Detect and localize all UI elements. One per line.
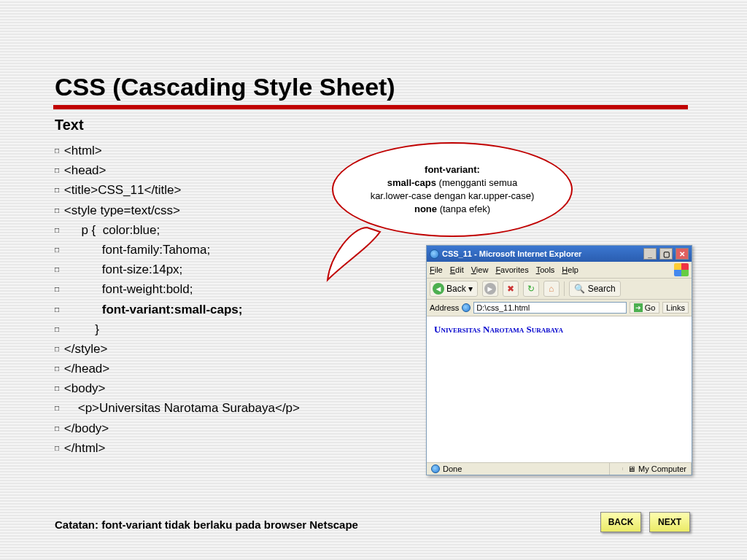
menu-favorites[interactable]: Favorites — [495, 265, 528, 274]
browser-titlebar[interactable]: CSS_11 - Microsoft Internet Explorer _ ▢… — [427, 246, 692, 262]
ie-icon — [430, 249, 439, 259]
browser-menubar: File Edit View Favorites Tools Help — [427, 262, 692, 279]
status-zone: 🖥 My Computer — [623, 463, 692, 475]
chevron-down-icon: ▾ — [468, 284, 473, 294]
status-zone-text: My Computer — [638, 464, 686, 473]
callout-line4-bold: none — [414, 203, 437, 214]
windows-logo-icon — [674, 263, 689, 276]
page-icon — [462, 303, 471, 312]
status-done: Done — [427, 463, 610, 475]
stop-button[interactable]: ✖ — [503, 281, 519, 297]
slide-back-button[interactable]: BACK — [600, 512, 641, 532]
callout-line1: font-variant: — [425, 164, 480, 175]
callout-line2-bold: small-caps — [387, 177, 436, 188]
callout-line4-rest: (tanpa efek) — [437, 203, 490, 214]
home-button[interactable]: ⌂ — [543, 281, 560, 297]
browser-toolbar: ◄ Back ▾ ► ✖ ↻ ⌂ 🔍 Search — [427, 279, 692, 300]
callout-bubble: font-variant: small-caps (mengganti semu… — [332, 142, 573, 237]
menu-help[interactable]: Help — [562, 265, 578, 274]
page-title: CSS (Cascading Style Sheet) — [55, 73, 718, 101]
status-bar: Done 🖥 My Computer — [427, 462, 692, 475]
go-arrow-icon: ➜ — [634, 303, 643, 312]
forward-button[interactable]: ► — [482, 281, 498, 297]
back-label: Back — [446, 284, 466, 294]
close-button[interactable]: ✕ — [676, 248, 689, 260]
rendered-text: Universitas Narotama Surabaya — [434, 324, 563, 335]
back-button[interactable]: ◄ Back ▾ — [430, 281, 478, 297]
browser-window: CSS_11 - Microsoft Internet Explorer _ ▢… — [426, 245, 692, 475]
slide-next-button[interactable]: NEXT — [649, 512, 690, 532]
refresh-button[interactable]: ↻ — [523, 281, 539, 297]
links-button[interactable]: Links — [662, 302, 689, 314]
browser-title: CSS_11 - Microsoft Internet Explorer — [442, 249, 581, 258]
callout-line3: kar.lower-case dengan kar.upper-case) — [371, 190, 535, 201]
browser-viewport: Universitas Narotama Surabaya — [427, 316, 692, 462]
title-underline — [53, 105, 688, 109]
menu-edit[interactable]: Edit — [450, 265, 464, 274]
address-input[interactable] — [473, 302, 626, 314]
menu-tools[interactable]: Tools — [536, 265, 555, 274]
footnote: Catatan: font-variant tidak berlaku pada… — [55, 518, 358, 531]
status-done-text: Done — [443, 464, 462, 473]
forward-arrow-icon: ► — [484, 283, 496, 295]
section-heading: Text — [55, 117, 718, 133]
go-button[interactable]: ➜ Go — [630, 302, 660, 314]
menu-file[interactable]: File — [430, 265, 443, 274]
address-bar: Address ➜ Go Links — [427, 300, 692, 316]
callout-line2-rest: (mengganti semua — [436, 177, 517, 188]
search-icon: 🔍 — [574, 284, 585, 294]
minimize-button[interactable]: _ — [643, 248, 657, 260]
callout-tail — [323, 226, 389, 284]
maximize-button[interactable]: ▢ — [659, 248, 673, 260]
search-label: Search — [588, 284, 616, 294]
search-button[interactable]: 🔍 Search — [569, 281, 621, 297]
back-arrow-icon: ◄ — [433, 283, 444, 295]
menu-view[interactable]: View — [471, 265, 489, 274]
go-label: Go — [645, 303, 656, 312]
status-ie-icon — [431, 464, 440, 473]
address-label: Address — [430, 303, 459, 312]
computer-icon: 🖥 — [627, 464, 635, 473]
